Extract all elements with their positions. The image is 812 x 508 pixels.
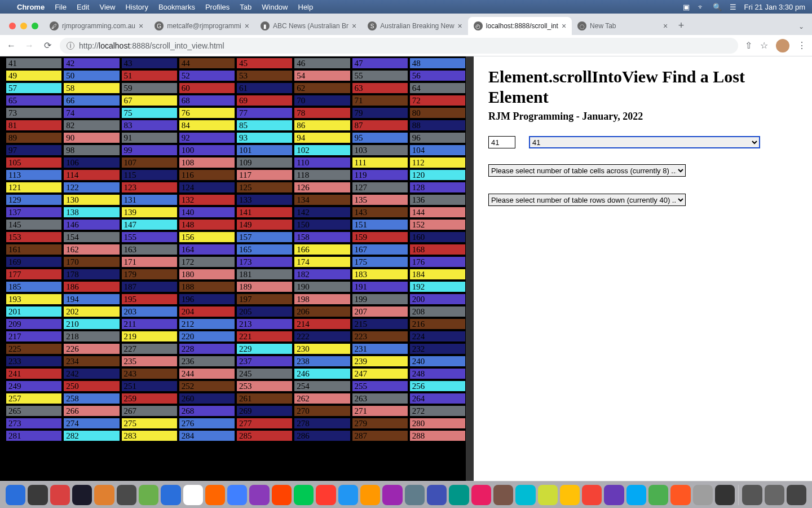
- dock-app-icon[interactable]: [715, 485, 735, 505]
- grid-cell[interactable]: 171: [121, 256, 178, 268]
- grid-cell[interactable]: 196: [179, 294, 235, 305]
- grid-cell[interactable]: 234: [63, 356, 120, 367]
- dock-app-icon[interactable]: [538, 485, 558, 505]
- grid-cell[interactable]: 51: [121, 70, 178, 81]
- grid-cell[interactable]: 120: [409, 169, 466, 181]
- menubar-clock[interactable]: Fri 21 Jan 3:30 pm: [744, 3, 805, 11]
- grid-cell[interactable]: 157: [236, 231, 293, 243]
- grid-cell[interactable]: 75: [121, 107, 178, 119]
- menu-tab[interactable]: Tab: [240, 3, 251, 11]
- grid-cell[interactable]: 232: [409, 343, 466, 354]
- dock-app-icon[interactable]: [449, 485, 469, 505]
- chrome-menu-icon[interactable]: ⋮: [797, 40, 806, 51]
- grid-cell[interactable]: 180: [179, 269, 235, 280]
- frame-scrollbar[interactable]: [466, 56, 474, 481]
- grid-cell[interactable]: 73: [6, 107, 62, 119]
- grid-cell[interactable]: 112: [409, 157, 466, 168]
- grid-cell[interactable]: 131: [121, 194, 178, 205]
- grid-cell[interactable]: 107: [121, 157, 178, 168]
- browser-tab[interactable]: ◴localhost:8888/scroll_int×: [468, 17, 572, 35]
- grid-cell[interactable]: 76: [179, 107, 235, 119]
- grid-cell[interactable]: 230: [294, 343, 350, 354]
- grid-cell[interactable]: 209: [6, 318, 62, 330]
- grid-cell[interactable]: 126: [294, 182, 350, 193]
- grid-cell[interactable]: 132: [179, 194, 235, 205]
- grid-cell[interactable]: 139: [121, 207, 178, 218]
- grid-cell[interactable]: 127: [352, 182, 408, 193]
- grid-cell[interactable]: 122: [63, 182, 120, 193]
- grid-cell[interactable]: 61: [236, 82, 293, 94]
- grid-cell[interactable]: 168: [409, 244, 466, 255]
- forward-button[interactable]: →: [24, 41, 35, 51]
- tab-close-icon[interactable]: ×: [458, 21, 462, 30]
- tab-close-icon[interactable]: ×: [352, 21, 356, 30]
- grid-cell[interactable]: 57: [6, 82, 62, 94]
- grid-cell[interactable]: 225: [6, 343, 62, 354]
- grid-cell[interactable]: 124: [179, 182, 235, 193]
- grid-cell[interactable]: 273: [6, 418, 62, 429]
- profile-avatar[interactable]: [776, 39, 789, 52]
- dock-app-icon[interactable]: [382, 485, 402, 505]
- grid-cell[interactable]: 172: [179, 256, 235, 268]
- grid-cell[interactable]: 81: [6, 120, 62, 131]
- grid-cell[interactable]: 165: [236, 244, 293, 255]
- grid-cell[interactable]: 190: [294, 281, 350, 292]
- columns-select[interactable]: Please select number of table cells acro…: [488, 164, 686, 177]
- grid-cell[interactable]: 121: [6, 182, 62, 193]
- grid-cell[interactable]: 221: [236, 331, 293, 342]
- grid-cell[interactable]: 42: [63, 58, 120, 69]
- grid-cell[interactable]: 128: [409, 182, 466, 193]
- dock-app-icon[interactable]: [582, 485, 602, 505]
- dock-app-icon[interactable]: [28, 485, 47, 505]
- grid-cell[interactable]: 220: [179, 331, 235, 342]
- grid-cell[interactable]: 82: [63, 120, 120, 131]
- grid-cell[interactable]: 44: [179, 58, 235, 69]
- dock-app-icon[interactable]: [626, 485, 646, 505]
- grid-cell[interactable]: 144: [409, 207, 466, 218]
- grid-cell[interactable]: 235: [121, 356, 178, 367]
- grid-cell[interactable]: 123: [121, 182, 178, 193]
- grid-cell[interactable]: 41: [6, 58, 62, 69]
- grid-cell[interactable]: 217: [6, 331, 62, 342]
- grid-cell[interactable]: 264: [409, 393, 466, 404]
- grid-cell[interactable]: 274: [63, 418, 120, 429]
- menu-profiles[interactable]: Profiles: [205, 3, 230, 11]
- grid-cell[interactable]: 69: [236, 95, 293, 106]
- grid-cell[interactable]: 206: [294, 306, 350, 317]
- grid-cell[interactable]: 178: [63, 269, 120, 280]
- grid-cell[interactable]: 215: [352, 318, 408, 330]
- grid-cell[interactable]: 133: [236, 194, 293, 205]
- grid-cell[interactable]: 104: [409, 144, 466, 156]
- reload-button[interactable]: ⟳: [42, 40, 53, 51]
- grid-cell[interactable]: 166: [294, 244, 350, 255]
- grid-cell[interactable]: 71: [352, 95, 408, 106]
- grid-cell[interactable]: 89: [6, 132, 62, 143]
- grid-cell[interactable]: 58: [63, 82, 120, 94]
- grid-cell[interactable]: 219: [121, 331, 178, 342]
- grid-cell[interactable]: 195: [121, 294, 178, 305]
- menubar-app[interactable]: Chrome: [17, 3, 45, 11]
- grid-cell[interactable]: 228: [179, 343, 235, 354]
- grid-cell[interactable]: 211: [121, 318, 178, 330]
- grid-cell[interactable]: 187: [121, 281, 178, 292]
- share-icon[interactable]: ⇧: [745, 40, 752, 51]
- grid-cell[interactable]: 194: [63, 294, 120, 305]
- grid-cell[interactable]: 260: [179, 393, 235, 404]
- dock-app-icon[interactable]: [183, 485, 203, 505]
- grid-cell[interactable]: 45: [236, 58, 293, 69]
- grid-cell[interactable]: 134: [294, 194, 350, 205]
- grid-cell[interactable]: 258: [63, 393, 120, 404]
- grid-cell[interactable]: 63: [352, 82, 408, 94]
- grid-cell[interactable]: 223: [352, 331, 408, 342]
- grid-cell[interactable]: 143: [352, 207, 408, 218]
- grid-cell[interactable]: 255: [352, 380, 408, 392]
- grid-cell[interactable]: 185: [6, 281, 62, 292]
- grid-cell[interactable]: 287: [352, 430, 408, 441]
- browser-tab[interactable]: Gmetcalfe@rjmprogrammi×: [149, 17, 255, 35]
- grid-cell[interactable]: 268: [179, 405, 235, 417]
- grid-cell[interactable]: 56: [409, 70, 466, 81]
- dock-app-icon[interactable]: [742, 485, 762, 505]
- grid-cell[interactable]: 140: [179, 207, 235, 218]
- grid-cell[interactable]: 74: [63, 107, 120, 119]
- grid-cell[interactable]: 84: [179, 120, 235, 131]
